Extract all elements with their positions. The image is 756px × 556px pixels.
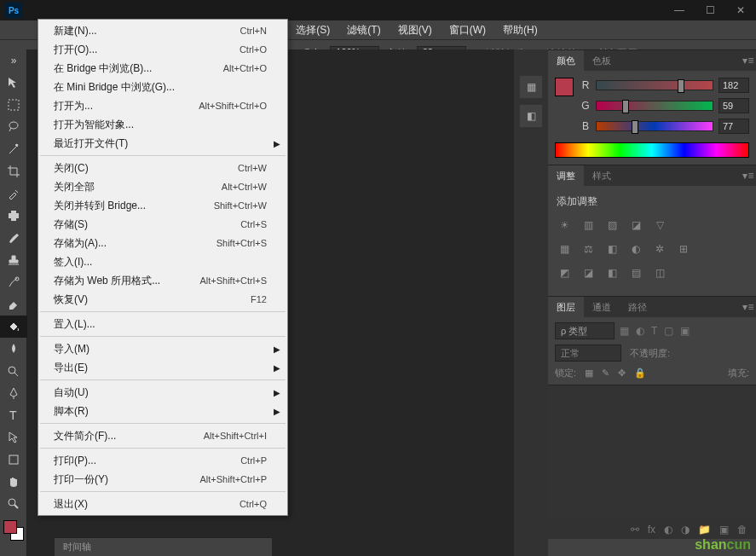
menu-save-for-web[interactable]: 存储为 Web 所用格式...Alt+Shift+Ctrl+S — [38, 271, 287, 290]
bw-icon[interactable]: ◧ — [604, 241, 620, 257]
menu-file-info[interactable]: 文件简介(F)...Alt+Shift+Ctrl+I — [38, 426, 287, 445]
threshold-icon[interactable]: ◧ — [604, 265, 620, 281]
eraser-tool[interactable] — [0, 293, 27, 316]
hue-icon[interactable]: ▦ — [557, 241, 572, 257]
shape-tool[interactable] — [0, 449, 27, 471]
menu-close[interactable]: 关闭(C)Ctrl+W — [38, 159, 287, 177]
history-brush-tool[interactable] — [0, 271, 27, 293]
paint-bucket-tool[interactable] — [0, 316, 27, 338]
g-value[interactable]: 59 — [718, 98, 749, 113]
panel-menu-icon[interactable]: ▾≡ — [741, 165, 756, 186]
menu-scripts[interactable]: 脚本(R)▶ — [38, 402, 287, 420]
selective-color-icon[interactable]: ◫ — [652, 265, 667, 281]
menu-print-one[interactable]: 打印一份(Y)Alt+Shift+Ctrl+P — [38, 470, 287, 489]
filter-smart-icon[interactable]: ▣ — [680, 325, 690, 337]
delete-layer-icon[interactable]: 🗑 — [737, 524, 747, 536]
menu-filter[interactable]: 滤镜(T) — [338, 20, 389, 39]
menu-save-as[interactable]: 存储为(A)...Shift+Ctrl+S — [38, 234, 287, 252]
menu-import[interactable]: 导入(M)▶ — [38, 339, 287, 358]
invert-icon[interactable]: ◩ — [557, 265, 572, 281]
menu-browse-bridge[interactable]: 在 Bridge 中浏览(B)...Alt+Ctrl+O — [38, 59, 287, 78]
levels-icon[interactable]: ▥ — [580, 217, 596, 233]
menu-help[interactable]: 帮助(H) — [494, 20, 546, 39]
lookup-icon[interactable]: ⊞ — [676, 241, 691, 257]
paths-tab[interactable]: 路径 — [620, 297, 655, 317]
menu-close-all[interactable]: 关闭全部Alt+Ctrl+W — [38, 177, 287, 196]
move-tool[interactable] — [0, 72, 27, 94]
menu-close-goto-bridge[interactable]: 关闭并转到 Bridge...Shift+Ctrl+W — [38, 196, 287, 215]
styles-tab[interactable]: 样式 — [584, 165, 620, 186]
brightness-icon[interactable]: ☀ — [557, 217, 572, 233]
minimize-button[interactable]: — — [664, 2, 695, 19]
crop-tool[interactable] — [0, 160, 27, 182]
path-select-tool[interactable] — [0, 426, 27, 449]
adjustment-layer-icon[interactable]: ◑ — [681, 524, 690, 536]
filter-type-icon[interactable]: T — [651, 325, 657, 337]
r-value[interactable]: 182 — [718, 78, 749, 93]
swatches-tab[interactable]: 色板 — [584, 50, 620, 71]
wand-tool[interactable] — [0, 138, 27, 160]
layer-fx-icon[interactable]: fx — [648, 524, 655, 536]
filter-adjust-icon[interactable]: ◐ — [636, 325, 644, 337]
r-slider[interactable] — [596, 80, 713, 90]
group-icon[interactable]: 📁 — [698, 524, 711, 536]
layers-list[interactable] — [548, 385, 756, 525]
channels-tab[interactable]: 通道 — [584, 297, 620, 317]
close-button[interactable]: ✕ — [725, 2, 756, 19]
expand-toolbox-icon[interactable]: » — [0, 49, 27, 72]
pen-tool[interactable] — [0, 382, 27, 404]
exposure-icon[interactable]: ◪ — [628, 217, 643, 233]
posterize-icon[interactable]: ◪ — [580, 265, 596, 281]
blur-tool[interactable] — [0, 338, 27, 360]
b-value[interactable]: 77 — [718, 119, 749, 134]
zoom-tool[interactable] — [0, 493, 27, 515]
type-tool[interactable]: T — [0, 404, 27, 426]
menu-revert[interactable]: 恢复(V)F12 — [38, 290, 287, 309]
color-tab[interactable]: 颜色 — [548, 50, 584, 71]
menu-print[interactable]: 打印(P)...Ctrl+P — [38, 451, 287, 470]
timeline-label[interactable]: 时间轴 — [63, 541, 91, 553]
lasso-tool[interactable] — [0, 116, 27, 138]
menu-checkin[interactable]: 签入(I)... — [38, 252, 287, 271]
photo-filter-icon[interactable]: ◐ — [628, 241, 643, 257]
spectrum-ramp[interactable] — [555, 142, 749, 158]
menu-save[interactable]: 存储(S)Ctrl+S — [38, 215, 287, 234]
history-panel-icon[interactable]: ▦ — [519, 75, 543, 99]
color-balance-icon[interactable]: ⚖ — [580, 241, 596, 257]
menu-open[interactable]: 打开(O)...Ctrl+O — [38, 40, 287, 59]
filter-shape-icon[interactable]: ▢ — [664, 325, 673, 337]
menu-open-recent[interactable]: 最近打开文件(T)▶ — [38, 134, 287, 153]
gradient-map-icon[interactable]: ▤ — [628, 265, 643, 281]
channel-mixer-icon[interactable]: ✲ — [652, 241, 667, 257]
stamp-tool[interactable] — [0, 249, 27, 271]
filter-pixel-icon[interactable]: ▦ — [620, 325, 629, 337]
fg-color-swatch[interactable] — [555, 78, 574, 96]
blend-mode-select[interactable]: 正常 — [555, 345, 621, 362]
lock-position-icon[interactable]: ✥ — [618, 368, 626, 379]
curves-icon[interactable]: ▨ — [604, 217, 620, 233]
menu-exit[interactable]: 退出(X)Ctrl+Q — [38, 495, 287, 513]
hand-tool[interactable] — [0, 471, 27, 493]
menu-automate[interactable]: 自动(U)▶ — [38, 383, 287, 402]
menu-export[interactable]: 导出(E)▶ — [38, 358, 287, 377]
new-layer-icon[interactable]: ▣ — [719, 524, 729, 536]
adjustments-tab[interactable]: 调整 — [548, 165, 584, 186]
lock-transparency-icon[interactable]: ▦ — [585, 368, 593, 379]
g-slider[interactable] — [596, 101, 713, 111]
menu-browse-mini-bridge[interactable]: 在 Mini Bridge 中浏览(G)... — [38, 78, 287, 96]
layers-tab[interactable]: 图层 — [548, 297, 584, 317]
maximize-button[interactable]: ☐ — [695, 2, 725, 19]
properties-panel-icon[interactable]: ◧ — [519, 104, 543, 128]
layer-filter-kind[interactable]: ρ 类型 — [555, 322, 615, 339]
panel-menu-icon[interactable]: ▾≡ — [741, 297, 756, 317]
lock-all-icon[interactable]: 🔒 — [634, 368, 646, 379]
dodge-tool[interactable] — [0, 360, 27, 382]
menu-window[interactable]: 窗口(W) — [441, 20, 494, 39]
eyedropper-tool[interactable] — [0, 182, 27, 205]
menu-open-smart-object[interactable]: 打开为智能对象... — [38, 115, 287, 134]
color-swatches[interactable] — [0, 518, 26, 542]
menu-view[interactable]: 视图(V) — [390, 20, 441, 39]
marquee-tool[interactable] — [0, 94, 27, 116]
menu-place[interactable]: 置入(L)... — [38, 315, 287, 333]
menu-open-as[interactable]: 打开为...Alt+Shift+Ctrl+O — [38, 96, 287, 115]
